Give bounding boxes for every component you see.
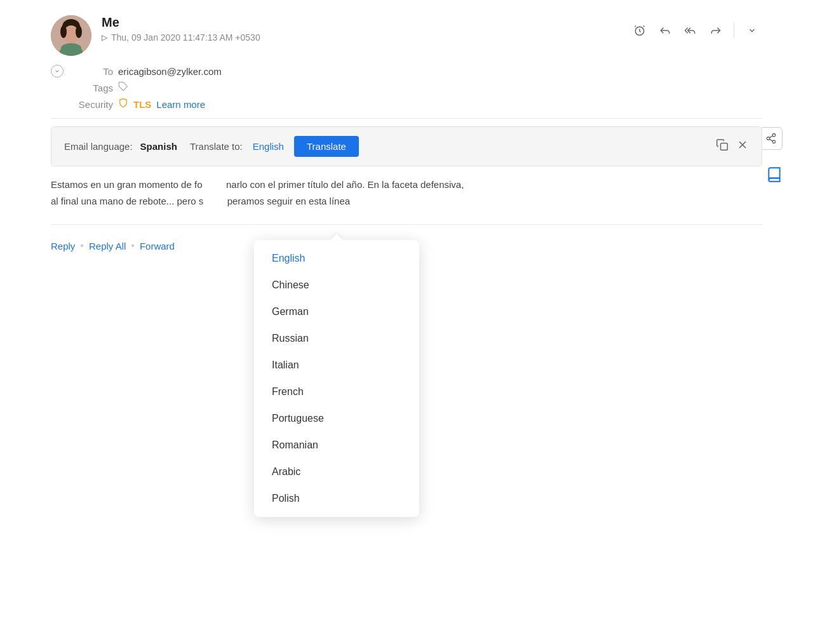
translate-to-language-button[interactable]: English xyxy=(250,141,286,152)
top-divider xyxy=(51,118,762,119)
email-body-line2: al final una mano de rebote... pero s pe… xyxy=(51,193,762,210)
forward-icon[interactable] xyxy=(706,20,726,41)
close-icon[interactable] xyxy=(736,138,749,154)
translate-bar-actions xyxy=(716,138,749,154)
translate-bar: Email language: Spanish Translate to: En… xyxy=(51,126,762,166)
expand-recipients-icon[interactable] xyxy=(51,65,64,77)
dropdown-arrow xyxy=(330,234,343,240)
svg-point-13 xyxy=(772,140,776,144)
sender-details: Me ▷ Thu, 09 Jan 2020 11:47:13 AM +0530 xyxy=(102,15,260,43)
learn-more-link[interactable]: Learn more xyxy=(156,99,205,110)
svg-point-12 xyxy=(767,137,770,140)
forward-button[interactable]: Forward xyxy=(140,241,175,252)
security-row: Security TLS Learn more xyxy=(51,98,762,111)
more-options-icon[interactable] xyxy=(742,20,762,41)
sender-name: Me xyxy=(102,15,260,30)
meta-section: To ericagibson@zylker.com Tags Security … xyxy=(51,65,762,111)
to-label: To xyxy=(69,66,113,77)
dot-separator-2: • xyxy=(131,240,135,252)
tags-label: Tags xyxy=(69,83,113,93)
sender-date-row: ▷ Thu, 09 Jan 2020 11:47:13 AM +0530 xyxy=(102,32,260,43)
language-list: EnglishChineseGermanRussianItalianFrench… xyxy=(254,245,419,512)
security-shield-icon xyxy=(118,98,128,111)
email-language-value: Spanish xyxy=(140,141,177,152)
svg-line-9 xyxy=(643,26,645,27)
reply-icon[interactable] xyxy=(655,20,675,41)
reply-button[interactable]: Reply xyxy=(51,241,75,252)
header-divider xyxy=(734,23,734,38)
tag-icon xyxy=(118,81,128,94)
language-item-chinese[interactable]: Chinese xyxy=(254,272,419,299)
to-value: ericagibson@zylker.com xyxy=(118,66,222,77)
svg-point-4 xyxy=(76,25,82,38)
sender-date: Thu, 09 Jan 2020 11:47:13 AM +0530 xyxy=(111,32,260,43)
svg-point-6 xyxy=(61,43,81,53)
language-item-german[interactable]: German xyxy=(254,299,419,325)
reply-all-icon[interactable] xyxy=(680,20,701,41)
bottom-divider xyxy=(51,224,762,225)
sender-info-left: Me ▷ Thu, 09 Jan 2020 11:47:13 AM +0530 xyxy=(51,15,260,56)
share-icon[interactable] xyxy=(760,127,783,150)
language-dropdown: EnglishChineseGermanRussianItalianFrench… xyxy=(254,240,419,517)
email-language-label: Email language: xyxy=(64,141,133,152)
svg-point-11 xyxy=(772,134,776,137)
dot-separator-1: • xyxy=(80,240,84,252)
to-row: To ericagibson@zylker.com xyxy=(51,65,762,77)
language-item-arabic[interactable]: Arabic xyxy=(254,459,419,485)
translate-to-label: Translate to: xyxy=(190,141,243,152)
security-label: Security xyxy=(69,99,113,110)
language-item-portuguese[interactable]: Portuguese xyxy=(254,405,419,432)
copy-icon[interactable] xyxy=(716,138,729,154)
language-item-russian[interactable]: Russian xyxy=(254,325,419,352)
svg-line-8 xyxy=(635,26,636,27)
header-actions xyxy=(629,15,762,41)
email-body-line1: Estamos en un gran momento de fo narlo c… xyxy=(51,177,762,193)
svg-point-3 xyxy=(60,25,67,38)
sender-row: Me ▷ Thu, 09 Jan 2020 11:47:13 AM +0530 xyxy=(51,15,762,56)
share-icon-container xyxy=(760,127,783,150)
svg-line-15 xyxy=(769,136,772,138)
reply-all-button[interactable]: Reply All xyxy=(89,241,126,252)
language-item-italian[interactable]: Italian xyxy=(254,352,419,379)
svg-rect-17 xyxy=(721,144,728,151)
language-item-romanian[interactable]: Romanian xyxy=(254,432,419,459)
tls-label: TLS xyxy=(133,99,151,110)
translate-button[interactable]: Translate xyxy=(294,136,359,157)
language-item-english[interactable]: English xyxy=(254,245,419,272)
language-item-polish[interactable]: Polish xyxy=(254,485,419,512)
translate-book-icon[interactable] xyxy=(766,166,783,187)
svg-line-14 xyxy=(769,139,772,141)
language-item-french[interactable]: French xyxy=(254,379,419,405)
avatar xyxy=(51,15,91,56)
flag-icon: ▷ xyxy=(102,33,107,42)
alarm-icon[interactable] xyxy=(629,20,650,41)
tags-row: Tags xyxy=(51,81,762,94)
email-body: Estamos en un gran momento de fo narlo c… xyxy=(51,177,762,209)
